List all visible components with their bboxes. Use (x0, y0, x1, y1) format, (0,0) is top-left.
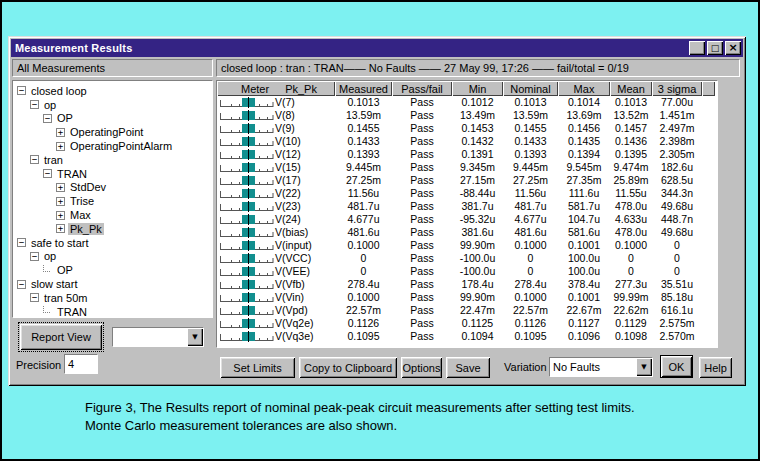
table-row[interactable]: V(22)11.56uPass-88.44u11.56u111.6u11.55u… (217, 187, 717, 200)
column-header-3-sigma[interactable]: 3 sigma (652, 81, 702, 96)
tree-item-label: TRAN (55, 306, 89, 318)
table-row[interactable]: V(10)0.1433Pass0.14320.14330.14350.14362… (217, 135, 717, 148)
expand-icon[interactable]: + (56, 211, 65, 220)
tree-item-max[interactable]: +Max (13, 208, 212, 222)
maximize-button[interactable]: □ (707, 41, 723, 55)
collapse-icon[interactable]: − (17, 280, 26, 289)
measurement-name-cell: V(VCC) (217, 252, 335, 265)
measurements-tree[interactable]: −closed loop−op−OP+OperatingPoint+Operat… (12, 80, 213, 318)
set-limits-button[interactable]: Set Limits (220, 357, 295, 378)
help-button[interactable]: Help (699, 357, 732, 378)
value-cell: 481.7u (503, 200, 558, 213)
collapse-icon[interactable]: − (30, 155, 39, 164)
tree-item-operatingpoint[interactable]: +OperatingPoint (13, 125, 212, 139)
value-cell: 0.1433 (335, 135, 392, 148)
collapse-icon[interactable]: − (43, 169, 52, 178)
collapse-icon[interactable]: − (30, 293, 39, 302)
meter-icon (219, 318, 275, 330)
table-row[interactable]: V(Vpd)22.57mPass22.47m22.57m22.67m22.62m… (217, 304, 717, 317)
report-view-button[interactable]: Report View (20, 324, 102, 350)
tree-item-op[interactable]: OP (13, 263, 212, 277)
precision-input[interactable] (64, 354, 98, 374)
value-cell: 277.3u (610, 278, 652, 291)
table-row[interactable]: V(23)481.7uPass381.7u481.7u581.7u478.0u4… (217, 200, 717, 213)
measurement-name-cell: V(Vin) (217, 291, 335, 304)
tree-item-op[interactable]: −op (13, 250, 212, 264)
collapse-icon[interactable]: − (43, 114, 52, 123)
column-header-nominal[interactable]: Nominal (503, 81, 558, 96)
close-button[interactable]: × (725, 41, 741, 55)
value-cell: 49.68u (652, 200, 702, 213)
tree-item-closed-loop[interactable]: −closed loop (13, 84, 212, 98)
table-row[interactable]: V(VCC)0Pass-100.0u0100.0u00 (217, 252, 717, 265)
tree-item-label: OperatingPoint (68, 126, 145, 138)
collapse-icon[interactable]: − (30, 252, 39, 261)
tree-item-op[interactable]: −OP (13, 112, 212, 126)
table-row[interactable]: V(15)9.445mPass9.345m9.445m9.545m9.474m1… (217, 161, 717, 174)
table-row[interactable]: V(9)0.1455Pass0.14530.14550.14560.14572.… (217, 122, 717, 135)
column-header-max[interactable]: Max (558, 81, 610, 96)
table-row[interactable]: V(Vq2e)0.1126Pass0.11250.11260.11270.112… (217, 317, 717, 330)
tree-item-label: Trise (68, 195, 96, 207)
table-row[interactable]: V(Vin)0.1000Pass99.90m0.10000.100199.99m… (217, 291, 717, 304)
table-row[interactable]: V(Vfb)278.4uPass178.4u278.4u378.4u277.3u… (217, 278, 717, 291)
value-cell: 0 (610, 252, 652, 265)
options-button[interactable]: Options (401, 357, 442, 378)
table-row[interactable]: V(input)0.1000Pass99.90m0.10000.10010.10… (217, 239, 717, 252)
tree-item-tran-50m[interactable]: −tran 50m (13, 291, 212, 305)
collapse-icon[interactable]: − (17, 238, 26, 247)
tree-item-op[interactable]: −op (13, 98, 212, 112)
value-cell: 27.25m (503, 174, 558, 187)
column-header-min[interactable]: Min (452, 81, 503, 96)
precision-label: Precision (16, 359, 61, 371)
tree-item-pk-pk[interactable]: +Pk_Pk (13, 222, 212, 236)
column-header-meter-pkpk[interactable]: MeterPk_Pk (217, 81, 335, 96)
report-combo[interactable]: ▼ (112, 327, 204, 347)
meter-icon (219, 175, 275, 187)
column-header-measured[interactable]: Measured (335, 81, 392, 96)
expand-icon[interactable]: + (56, 183, 65, 192)
tree-connector (43, 265, 50, 272)
measurement-name-cell: V(23) (217, 200, 335, 213)
table-row[interactable]: V(12)0.1393Pass0.13910.13930.13940.13952… (217, 148, 717, 161)
expand-icon[interactable]: + (56, 142, 65, 151)
collapse-icon[interactable]: − (17, 86, 26, 95)
value-cell: 0.1455 (503, 122, 558, 135)
expand-icon[interactable]: + (56, 197, 65, 206)
table-row[interactable]: V(24)4.677uPass-95.32u4.677u104.7u4.633u… (217, 213, 717, 226)
tree-item-stddev[interactable]: +StdDev (13, 181, 212, 195)
expand-icon[interactable]: + (56, 128, 65, 137)
minimize-button[interactable]: _ (689, 41, 705, 55)
collapse-icon[interactable]: − (30, 100, 39, 109)
table-row[interactable]: V(bias)481.6uPass381.6u481.6u581.6u478.0… (217, 226, 717, 239)
chevron-down-icon[interactable]: ▼ (187, 328, 203, 346)
value-cell: 0.1391 (452, 148, 503, 161)
table-row[interactable]: V(17)27.25mPass27.15m27.25m27.35m25.89m6… (217, 174, 717, 187)
column-header-pass-fail[interactable]: Pass/fail (392, 81, 452, 96)
value-cell: 178.4u (452, 278, 503, 291)
tree-item-slow-start[interactable]: −slow start (13, 277, 212, 291)
ok-button[interactable]: OK (660, 355, 693, 378)
table-row[interactable]: V(Vq3e)0.1095Pass0.10940.10950.10960.109… (217, 330, 717, 343)
table-row[interactable]: V(7)0.1013Pass0.10120.10130.10140.101377… (217, 96, 717, 109)
tree-item-safe-to-start[interactable]: −safe to start (13, 236, 212, 250)
table-row[interactable]: V(8)13.59mPass13.49m13.59m13.69m13.52m1.… (217, 109, 717, 122)
title-bar[interactable]: Measurement Results _ □ × (11, 39, 743, 57)
tree-item-trise[interactable]: +Trise (13, 194, 212, 208)
chevron-down-icon[interactable]: ▼ (636, 358, 652, 376)
table-row[interactable]: V(VEE)0Pass-100.0u0100.0u00 (217, 265, 717, 278)
value-cell: 628.5u (652, 174, 702, 187)
variation-combo[interactable]: No Faults ▼ (549, 357, 653, 377)
column-header-mean[interactable]: Mean (610, 81, 652, 96)
tree-item-operatingpointalarm[interactable]: +OperatingPointAlarm (13, 139, 212, 153)
tree-item-tran[interactable]: −TRAN (13, 167, 212, 181)
expand-icon[interactable]: + (56, 224, 65, 233)
value-cell: Pass (392, 265, 452, 278)
close-icon: × (728, 43, 737, 52)
tree-item-tran[interactable]: TRAN (13, 305, 212, 318)
copy-to-clipboard-button[interactable]: Copy to Clipboard (299, 357, 397, 378)
value-cell: 0.1393 (335, 148, 392, 161)
value-cell: 22.57m (503, 304, 558, 317)
tree-item-tran[interactable]: −tran (13, 153, 212, 167)
save-button[interactable]: Save (446, 357, 490, 378)
